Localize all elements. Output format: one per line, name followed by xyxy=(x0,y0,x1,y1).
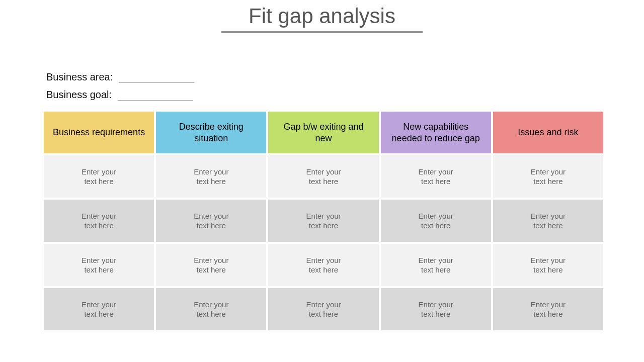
cell-r3-c2[interactable]: Enter your text here xyxy=(268,288,378,330)
cell-r2-c0[interactable]: Enter your text here xyxy=(44,244,154,286)
business-goal-input[interactable] xyxy=(118,92,193,101)
cell-r3-c4[interactable]: Enter your text here xyxy=(493,288,603,330)
business-goal-label: Business goal: xyxy=(46,89,112,101)
cell-r0-c0[interactable]: Enter your text here xyxy=(44,155,154,198)
cell-r2-c1[interactable]: Enter your text here xyxy=(156,244,266,286)
column-header-3: New capabilities needed to reduce gap xyxy=(381,112,491,153)
cell-r0-c1[interactable]: Enter your text here xyxy=(156,155,266,198)
cell-r0-c3[interactable]: Enter your text here xyxy=(381,155,491,198)
column-header-1: Describe exiting situation xyxy=(156,112,266,153)
cell-r2-c3[interactable]: Enter your text here xyxy=(381,244,491,286)
cell-r1-c4[interactable]: Enter your text here xyxy=(493,200,603,242)
business-area-row: Business area: xyxy=(46,71,194,83)
business-area-input[interactable] xyxy=(119,74,194,83)
cell-r0-c2[interactable]: Enter your text here xyxy=(268,155,378,198)
cell-r1-c1[interactable]: Enter your text here xyxy=(156,200,266,242)
cell-r1-c2[interactable]: Enter your text here xyxy=(268,200,378,242)
column-header-4: Issues and risk xyxy=(493,112,603,153)
meta-block: Business area: Business goal: xyxy=(46,71,194,107)
cell-r1-c0[interactable]: Enter your text here xyxy=(44,200,154,242)
column-header-0: Business requirements xyxy=(44,112,154,153)
cell-r1-c3[interactable]: Enter your text here xyxy=(381,200,491,242)
cell-r0-c4[interactable]: Enter your text here xyxy=(493,155,603,198)
title-block: Fit gap analysis xyxy=(0,0,644,33)
cell-r2-c2[interactable]: Enter your text here xyxy=(268,244,378,286)
cell-r3-c1[interactable]: Enter your text here xyxy=(156,288,266,330)
cell-r3-c3[interactable]: Enter your text here xyxy=(381,288,491,330)
analysis-grid: Business requirementsDescribe exiting si… xyxy=(44,112,603,330)
cell-r2-c4[interactable]: Enter your text here xyxy=(493,244,603,286)
business-goal-row: Business goal: xyxy=(46,89,194,101)
cell-r3-c0[interactable]: Enter your text here xyxy=(44,288,154,330)
column-header-2: Gap b/w exiting and new xyxy=(268,112,378,153)
business-area-label: Business area: xyxy=(46,71,113,83)
title-underline-2 xyxy=(221,32,423,33)
page-title: Fit gap analysis xyxy=(244,4,400,31)
